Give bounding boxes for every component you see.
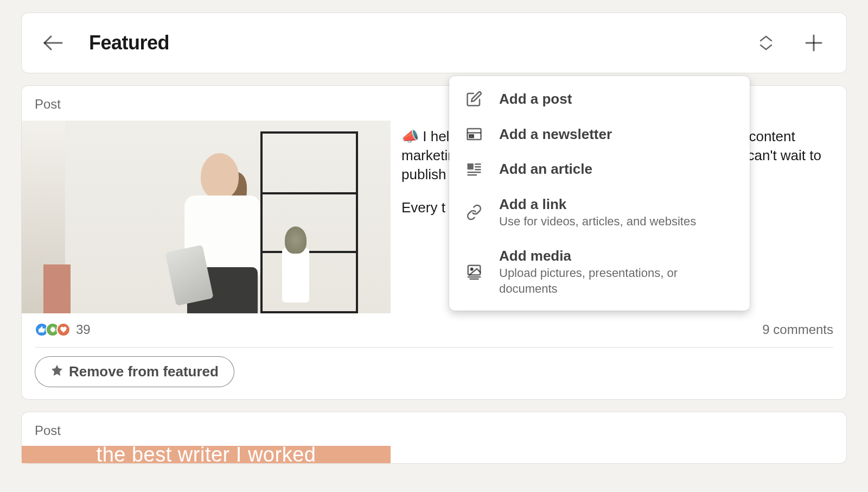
post-type-label: Post xyxy=(22,412,846,446)
svg-point-13 xyxy=(471,268,473,270)
post-image[interactable]: the best writer I worked xyxy=(22,446,391,463)
reorder-icon[interactable] xyxy=(755,32,777,54)
menu-item-add-post[interactable]: Add a post xyxy=(449,81,750,117)
featured-post-card-2: Post the best writer I worked xyxy=(22,412,846,463)
media-icon xyxy=(465,263,483,280)
add-menu-dropdown: Add a post Add a newsletter xyxy=(449,76,750,311)
menu-item-title: Add a newsletter xyxy=(499,125,733,143)
svg-rect-7 xyxy=(475,163,481,165)
reaction-count: 39 xyxy=(76,322,91,337)
article-icon xyxy=(465,160,483,178)
love-reaction-icon xyxy=(56,323,71,337)
menu-item-add-media[interactable]: Add media Upload pictures, presentations… xyxy=(449,238,750,306)
compose-icon xyxy=(465,90,483,108)
menu-item-subtitle: Use for videos, articles, and websites xyxy=(499,214,733,230)
menu-item-title: Add a link xyxy=(499,195,733,213)
newsletter-icon xyxy=(465,125,483,143)
menu-item-add-newsletter[interactable]: Add a newsletter xyxy=(449,117,750,152)
action-row: Remove from featured xyxy=(22,348,846,399)
remove-button-label: Remove from featured xyxy=(69,363,219,380)
svg-rect-6 xyxy=(468,163,474,169)
menu-item-title: Add a post xyxy=(499,90,733,108)
featured-header: Featured xyxy=(22,13,846,73)
add-icon[interactable] xyxy=(803,32,825,54)
menu-item-title: Add an article xyxy=(499,160,733,178)
svg-rect-5 xyxy=(469,135,474,137)
image-caption-text: the best writer I worked xyxy=(97,446,316,463)
back-arrow-icon[interactable] xyxy=(43,35,63,51)
comments-count[interactable]: 9 comments xyxy=(762,322,833,337)
post-body: the best writer I worked xyxy=(22,446,846,463)
header-left: Featured xyxy=(43,31,169,54)
reactions[interactable]: 39 xyxy=(35,322,91,337)
svg-rect-11 xyxy=(468,174,477,176)
engagement-row: 39 9 comments xyxy=(22,313,846,347)
svg-rect-9 xyxy=(475,169,481,171)
star-icon xyxy=(50,364,63,380)
svg-rect-8 xyxy=(475,166,481,168)
link-icon xyxy=(465,204,483,221)
menu-item-add-article[interactable]: Add an article xyxy=(449,152,750,187)
remove-from-featured-button[interactable]: Remove from featured xyxy=(35,356,234,387)
page-title: Featured xyxy=(89,31,169,54)
menu-item-subtitle: Upload pictures, presentations, or docum… xyxy=(499,266,733,297)
header-right xyxy=(755,32,825,54)
reaction-icons xyxy=(35,323,71,337)
svg-rect-10 xyxy=(468,172,481,173)
post-image[interactable] xyxy=(22,121,391,313)
menu-item-title: Add media xyxy=(499,247,733,265)
menu-item-add-link[interactable]: Add a link Use for videos, articles, and… xyxy=(449,187,750,238)
